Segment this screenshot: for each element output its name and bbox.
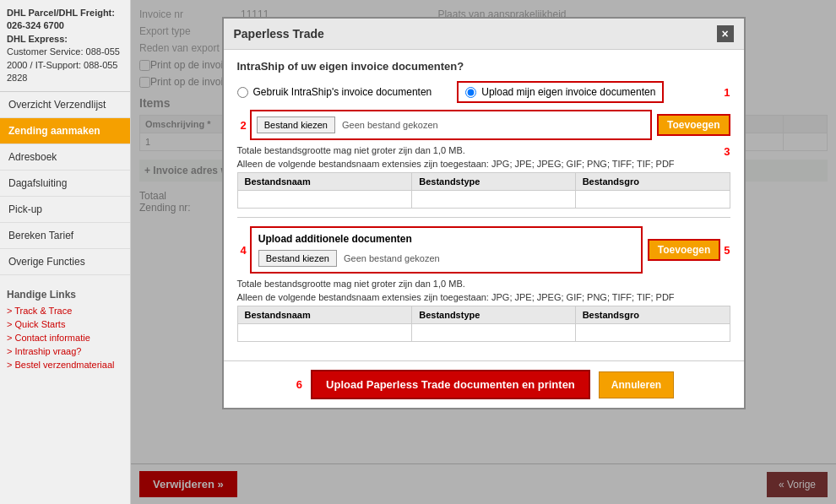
additionele-title: Upload additionele documenten [258, 233, 634, 245]
modal-footer: 6 Upload Paperless Trade documenten en p… [224, 360, 744, 408]
ft1-col2: Bestandstype [412, 173, 575, 191]
file-row-1: Bestand kiezen Geen bestand gekozen [250, 110, 652, 140]
sidebar-item-adresboek[interactable]: Adresboek [0, 144, 130, 171]
ft1-empty-row [237, 191, 730, 209]
upload-main-button[interactable]: Upload Paperless Trade documenten en pri… [311, 370, 590, 399]
bestand-kiezen-2[interactable]: Bestand kiezen [258, 250, 337, 267]
link-bestel[interactable]: Bestel verzendmateriaal [7, 358, 123, 371]
sidebar-item-zending[interactable]: Zending aanmaken [0, 118, 130, 144]
radio-intraship[interactable]: Gebruik IntraShip's invoice documenten [237, 86, 432, 98]
dhl-customer-service: Customer Service: 088-055 2000 / IT-Supp… [7, 46, 123, 84]
radio-intraship-label: Gebruik IntraShip's invoice documenten [253, 86, 432, 98]
toevoegen-1[interactable]: Toevoegen [657, 114, 730, 136]
ft1-col1: Bestandsnaam [237, 173, 412, 191]
modal-question: IntraShip of uw eigen invoice documenten… [237, 60, 730, 73]
ft2-col3: Bestandsgro [575, 306, 730, 324]
modal-overlay: Paperless Trade × IntraShip of uw eigen … [131, 0, 836, 504]
info-ext-2: Alleen de volgende bestandsnaam extensie… [237, 292, 730, 302]
sidebar-item-dagafsluiting[interactable]: Dagafsluiting [0, 171, 130, 197]
modal-header: Paperless Trade × [224, 19, 744, 50]
sidebar-item-overzicht[interactable]: Overzicht Verzendlijst [0, 92, 130, 118]
link-intraship-vraag[interactable]: Intraship vraag? [7, 344, 123, 358]
file-table-1: Bestandsnaam Bestandstype Bestandsgro [237, 172, 730, 209]
link-contact[interactable]: Contact informatie [7, 331, 123, 344]
handige-links-section: Handige Links Track & Trace Quick Starts… [0, 284, 130, 377]
link-quick-starts[interactable]: Quick Starts [7, 317, 123, 331]
ft1-col3: Bestandsgro [575, 173, 730, 191]
sidebar-nav: Overzicht Verzendlijst Zending aanmaken … [0, 92, 130, 275]
modal-body: IntraShip of uw eigen invoice documenten… [224, 50, 744, 360]
dhl-parcel-label: DHL Parcel/DHL Freight: 026-324 6700 [7, 7, 123, 33]
info-size-1: Totale bestandsgrootte mag niet groter z… [237, 145, 721, 155]
number-badge-6: 6 [296, 378, 302, 391]
number-badge-4: 4 [241, 244, 247, 257]
section-divider [237, 217, 730, 218]
paperless-trade-modal: Paperless Trade × IntraShip of uw eigen … [222, 17, 746, 409]
number-badge-2: 2 [241, 119, 247, 132]
sidebar-item-overige[interactable]: Overige Functies [0, 249, 130, 275]
content-area: Invoice nr 11111 Plaats van aansprakelij… [131, 0, 836, 504]
dhl-express-label: DHL Express: [7, 33, 123, 46]
radio-intraship-input[interactable] [237, 87, 248, 98]
ft2-col2: Bestandstype [412, 306, 575, 324]
ft2-empty-row [237, 324, 730, 342]
sidebar-item-pickup[interactable]: Pick-up [0, 197, 130, 223]
file-status-1: Geen bestand gekozen [342, 120, 438, 130]
toevoegen-2[interactable]: Toevoegen [648, 239, 720, 261]
radio-own-label: Upload mijn eigen invoice documenten [481, 86, 655, 98]
number-badge-1: 1 [724, 86, 730, 99]
additionele-box: Upload additionele documenten Bestand ki… [250, 226, 643, 274]
handige-links-title: Handige Links [7, 289, 123, 301]
info-size-2: Totale bestandsgrootte mag niet groter z… [237, 279, 730, 289]
info-ext-1: Alleen de volgende bestandsnaam extensie… [237, 159, 721, 169]
link-track-trace[interactable]: Track & Trace [7, 304, 123, 317]
file-status-2: Geen bestand gekozen [344, 253, 440, 263]
number-badge-3: 3 [724, 145, 730, 158]
annuleren-button[interactable]: Annuleren [599, 371, 674, 398]
sidebar-item-bereken[interactable]: Bereken Tarief [0, 223, 130, 249]
modal-close-button[interactable]: × [717, 25, 734, 42]
radio-own[interactable]: Upload mijn eigen invoice documenten [457, 81, 664, 103]
file-table-2: Bestandsnaam Bestandstype Bestandsgro [237, 306, 730, 342]
number-badge-5: 5 [724, 244, 730, 257]
radio-own-input[interactable] [465, 87, 476, 98]
radio-options: Gebruik IntraShip's invoice documenten U… [237, 81, 665, 103]
modal-title: Paperless Trade [234, 27, 324, 41]
sidebar: DHL Parcel/DHL Freight: 026-324 6700 DHL… [0, 0, 131, 504]
bestand-kiezen-1[interactable]: Bestand kiezen [257, 117, 335, 133]
ft2-col1: Bestandsnaam [237, 306, 412, 324]
dhl-info: DHL Parcel/DHL Freight: 026-324 6700 DHL… [0, 0, 130, 92]
